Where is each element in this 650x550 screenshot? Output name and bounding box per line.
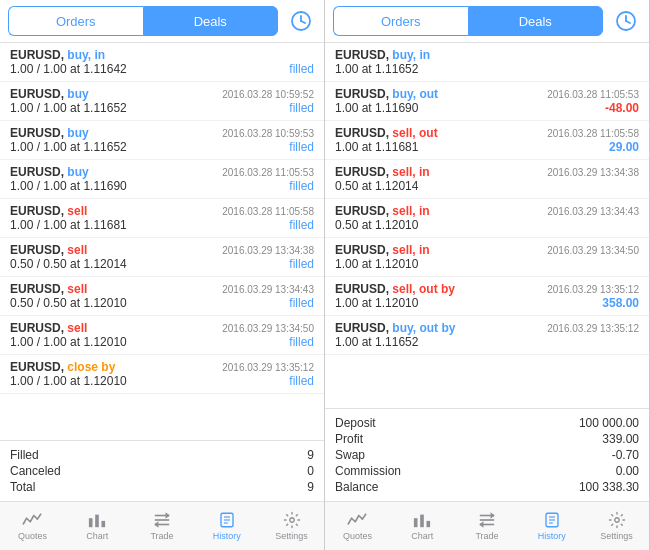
- trade-list-left: EURUSD, buy, in 1.00 / 1.00 at 1.11642 f…: [0, 43, 324, 440]
- trade-icon-right: [476, 511, 498, 529]
- nav-item-trade-right[interactable]: Trade: [455, 502, 520, 550]
- clock-icon-right: [615, 10, 637, 32]
- svg-rect-5: [102, 521, 106, 527]
- list-item[interactable]: EURUSD, sell 2016.03.28 11:05:58 1.00 / …: [0, 199, 324, 238]
- settings-icon-right: [606, 511, 628, 529]
- list-item[interactable]: EURUSD, sell, in 2016.03.29 13:34:50 1.0…: [325, 238, 649, 277]
- list-item[interactable]: EURUSD, sell, in 2016.03.29 13:34:38 0.5…: [325, 160, 649, 199]
- history-icon-left: [216, 511, 238, 529]
- summary-row: Canceled 0: [10, 463, 314, 479]
- nav-item-history-left[interactable]: History: [194, 502, 259, 550]
- list-item[interactable]: EURUSD, sell 2016.03.29 13:34:43 0.50 / …: [0, 277, 324, 316]
- nav-item-settings-left[interactable]: Settings: [259, 502, 324, 550]
- settings-icon-left: [281, 511, 303, 529]
- nav-item-history-right[interactable]: History: [519, 502, 584, 550]
- nav-item-quotes-left[interactable]: Quotes: [0, 502, 65, 550]
- summary-right: Deposit 100 000.00 Profit 339.00 Swap -0…: [325, 408, 649, 501]
- list-item[interactable]: EURUSD, sell, out 2016.03.28 11:05:58 1.…: [325, 121, 649, 160]
- svg-rect-17: [414, 518, 418, 527]
- tab-bar-left: Orders Deals: [0, 0, 324, 43]
- tab-bar-right: Orders Deals: [325, 0, 649, 43]
- summary-left: Filled 9 Canceled 0 Total 9: [0, 440, 324, 501]
- orders-tab-left[interactable]: Orders: [8, 6, 143, 36]
- svg-line-2: [301, 21, 305, 23]
- list-item[interactable]: EURUSD, buy, in 1.00 / 1.00 at 1.11642 f…: [0, 43, 324, 82]
- quotes-icon-left: [21, 511, 43, 529]
- clock-button-left[interactable]: [286, 6, 316, 36]
- list-item[interactable]: EURUSD, buy 2016.03.28 10:59:53 1.00 / 1…: [0, 121, 324, 160]
- quotes-icon-right: [346, 511, 368, 529]
- chart-icon-right: [411, 511, 433, 529]
- nav-item-chart-right[interactable]: Chart: [390, 502, 455, 550]
- deals-tab-right[interactable]: Deals: [468, 6, 604, 36]
- bottom-nav-right: Quotes Chart Trade: [325, 501, 649, 550]
- list-item[interactable]: EURUSD, sell 2016.03.29 13:34:38 0.50 / …: [0, 238, 324, 277]
- list-item[interactable]: EURUSD, buy 2016.03.28 11:05:53 1.00 / 1…: [0, 160, 324, 199]
- list-item[interactable]: EURUSD, buy, in 1.00 at 1.11652: [325, 43, 649, 82]
- nav-item-quotes-right[interactable]: Quotes: [325, 502, 390, 550]
- list-item[interactable]: EURUSD, close by 2016.03.29 13:35:12 1.0…: [0, 355, 324, 394]
- summary-row: Commission 0.00: [335, 463, 639, 479]
- svg-rect-18: [420, 515, 424, 528]
- nav-item-settings-right[interactable]: Settings: [584, 502, 649, 550]
- svg-rect-19: [427, 521, 431, 527]
- summary-row: Deposit 100 000.00: [335, 415, 639, 431]
- list-item[interactable]: EURUSD, buy 2016.03.28 10:59:52 1.00 / 1…: [0, 82, 324, 121]
- clock-icon-left: [290, 10, 312, 32]
- panel-right: Orders Deals EURUSD, buy, in 1.00 at 1.1…: [325, 0, 650, 550]
- nav-item-chart-left[interactable]: Chart: [65, 502, 130, 550]
- summary-row: Total 9: [10, 479, 314, 495]
- summary-row: Swap -0.70: [335, 447, 639, 463]
- list-item[interactable]: EURUSD, buy, out 2016.03.28 11:05:53 1.0…: [325, 82, 649, 121]
- trade-icon-left: [151, 511, 173, 529]
- summary-row: Filled 9: [10, 447, 314, 463]
- svg-rect-3: [89, 518, 93, 527]
- history-icon-right: [541, 511, 563, 529]
- summary-row: Balance 100 338.30: [335, 479, 639, 495]
- bottom-nav-left: Quotes Chart Trade: [0, 501, 324, 550]
- deals-tab-left[interactable]: Deals: [143, 6, 279, 36]
- svg-line-16: [626, 21, 630, 23]
- clock-button-right[interactable]: [611, 6, 641, 36]
- list-item[interactable]: EURUSD, sell, out by 2016.03.29 13:35:12…: [325, 277, 649, 316]
- summary-row: Profit 339.00: [335, 431, 639, 447]
- nav-item-trade-left[interactable]: Trade: [130, 502, 195, 550]
- list-item[interactable]: EURUSD, buy, out by 2016.03.29 13:35:12 …: [325, 316, 649, 355]
- svg-point-13: [289, 518, 294, 523]
- svg-point-27: [614, 518, 619, 523]
- orders-tab-right[interactable]: Orders: [333, 6, 468, 36]
- panel-left: Orders Deals EURUSD, buy, in 1.00 / 1.00…: [0, 0, 325, 550]
- trade-list-right: EURUSD, buy, in 1.00 at 1.11652 EURUSD, …: [325, 43, 649, 408]
- svg-rect-4: [95, 515, 99, 528]
- chart-icon-left: [86, 511, 108, 529]
- list-item[interactable]: EURUSD, sell 2016.03.29 13:34:50 1.00 / …: [0, 316, 324, 355]
- list-item[interactable]: EURUSD, sell, in 2016.03.29 13:34:43 0.5…: [325, 199, 649, 238]
